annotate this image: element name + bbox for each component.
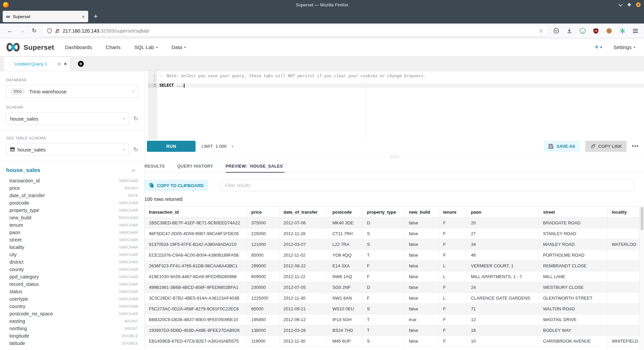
column-row[interactable]: county VARCHAR	[6, 266, 138, 273]
column-row[interactable]: locality VARCHAR	[6, 244, 138, 251]
column-row[interactable]: new_build BOOLEAN	[6, 214, 138, 221]
table-cell: F	[439, 239, 467, 250]
table-cell: ECE1D376-C9A6-4C00-B004-A380B189FA56	[145, 250, 247, 261]
query-tab-active[interactable]: ⋮ Untitled Query 1 ×	[3, 56, 70, 71]
superset-logo[interactable]: Superset	[5, 42, 54, 52]
table-cell: 2636F323-FF41-4765-81DB-98CAA6A43BC1	[145, 261, 247, 271]
table-cell: false	[405, 293, 439, 304]
column-type: DOUBLE	[122, 341, 138, 345]
download-icon[interactable]	[567, 28, 572, 34]
column-row[interactable]: date_of_transfer DATE	[6, 192, 138, 199]
tracking-shield-icon[interactable]	[47, 28, 52, 34]
drag-handle-icon[interactable]: ⋮	[7, 61, 11, 67]
window-close-icon[interactable]: ×	[636, 2, 641, 7]
database-select[interactable]: trino Trino warehouse ▾	[6, 85, 138, 98]
table-select[interactable]: house_sales ▾	[6, 143, 129, 156]
table-cell: CT11 7RH	[328, 228, 363, 239]
table-header-cell[interactable]: transaction_id	[145, 207, 247, 218]
table-cell: NW1 6AN	[328, 293, 363, 304]
new-tab-button[interactable]: +	[94, 12, 98, 21]
limit-value: 1 000	[215, 144, 226, 149]
copy-to-clipboard-button[interactable]: COPY TO CLIPBOARD	[145, 180, 208, 191]
url-bar[interactable]: 217.160.120.143:32393/superset/sqllab/ ☆	[43, 26, 547, 36]
table-cell: 2012-07-05	[279, 282, 328, 293]
column-row[interactable]: tenure VARCHAR	[6, 221, 138, 229]
column-row[interactable]: northing BIGINT	[6, 325, 138, 332]
table-cell: REMBRANDT CLOSE	[539, 261, 608, 271]
table-schema-title[interactable]: house_sales	[6, 167, 40, 174]
scrollbar-thumb[interactable]	[641, 207, 643, 230]
table-cell: 12	[467, 314, 539, 325]
cookie-icon[interactable]	[606, 28, 612, 34]
copy-link-button[interactable]: COPY LINK	[585, 141, 627, 152]
pane-splitter[interactable]	[145, 153, 644, 160]
column-row[interactable]: ppd_category VARCHAR	[6, 273, 138, 280]
table-header-cell[interactable]: tenure	[439, 207, 467, 218]
forward-icon[interactable]: →	[16, 28, 28, 34]
add-query-tab-button[interactable]: +	[78, 61, 84, 67]
nav-menu-item[interactable]: Data ▾	[171, 44, 186, 50]
column-row[interactable]: postcode VARCHAR	[6, 199, 138, 207]
vertical-scrollbar[interactable]	[640, 206, 644, 350]
table-header-cell[interactable]: price	[247, 207, 279, 218]
ublock-shield-icon[interactable]: U0	[593, 28, 599, 34]
chevron-up-icon[interactable]	[131, 167, 136, 173]
column-row[interactable]: paon VARCHAR	[6, 229, 138, 236]
window-maximize-icon[interactable]	[627, 3, 631, 6]
column-row[interactable]: country VARCHAR	[6, 303, 138, 310]
query-tab-close-icon[interactable]: ×	[64, 61, 67, 67]
table-header-cell[interactable]: paon	[467, 207, 539, 218]
table-header-cell[interactable]: street	[539, 207, 608, 218]
column-row[interactable]: record_status VARCHAR	[6, 280, 138, 288]
run-button[interactable]: RUN	[147, 141, 196, 152]
schema-select[interactable]: house_sales ▾	[6, 112, 129, 125]
column-row[interactable]: price BIGINT	[6, 184, 138, 192]
column-row[interactable]: city VARCHAR	[6, 251, 138, 258]
nav-menu-item[interactable]: SQL Lab ▾	[135, 44, 158, 50]
results-tab[interactable]: QUERY HISTORY	[177, 160, 213, 172]
back-icon[interactable]: ←	[4, 28, 16, 34]
settings-menu[interactable]: Settings ▾	[613, 44, 635, 50]
table-header-cell[interactable]: new_build	[405, 207, 439, 218]
sql-editor[interactable]: 1 2 3 -- Note: Unless you save your quer…	[145, 71, 644, 139]
results-tab[interactable]: PREVIEW: `HOUSE_SALES`	[226, 160, 284, 172]
pocket-icon[interactable]	[553, 28, 559, 34]
column-row[interactable]: street VARCHAR	[6, 236, 138, 244]
more-actions-button[interactable]: •••	[632, 143, 639, 149]
column-type: VARCHAR	[119, 312, 138, 316]
save-as-button[interactable]: SAVE AS	[544, 141, 580, 152]
column-row[interactable]: postcode_no_space VARCHAR	[6, 310, 138, 317]
browser-tab[interactable]: ∞ Superset ×	[3, 11, 88, 22]
table-header-cell[interactable]: postcode	[328, 207, 363, 218]
refresh-schema-icon[interactable]: ↻	[133, 115, 138, 122]
table-cell: false	[405, 325, 439, 336]
nav-menu-item[interactable]: Charts	[106, 44, 120, 50]
column-row[interactable]: usertype VARCHAR	[6, 295, 138, 303]
extension-green-icon[interactable]	[580, 28, 586, 34]
table-header-cell[interactable]: date_of_transfer	[279, 207, 328, 218]
column-row[interactable]: property_type VARCHAR	[6, 207, 138, 214]
table-header-cell[interactable]: locality	[608, 207, 640, 218]
new-item-menu[interactable]: + ▾	[595, 43, 602, 51]
column-row[interactable]: transaction_id VARCHAR	[6, 177, 138, 184]
reload-icon[interactable]: ↻	[28, 27, 40, 34]
column-row[interactable]: easting BIGINT	[6, 317, 138, 325]
limit-dropdown[interactable]: LIMIT: 1 000 ▾	[202, 144, 233, 149]
nav-menu-item[interactable]: Dashboards	[65, 44, 92, 50]
results-tab[interactable]: RESULTS	[145, 160, 165, 172]
menu-hamburger-icon[interactable]	[633, 29, 638, 33]
column-row[interactable]: longitude DOUBLE	[6, 332, 138, 340]
bookmark-star-icon[interactable]: ☆	[539, 28, 543, 34]
column-row[interactable]: district VARCHAR	[6, 258, 138, 266]
filter-results-input[interactable]	[221, 180, 635, 191]
column-row[interactable]: status VARCHAR	[6, 288, 138, 295]
table-header-cell[interactable]: property_type	[363, 207, 405, 218]
refresh-table-icon[interactable]: ↻	[133, 146, 138, 153]
table-cell: VERMEER COURT, 1	[467, 261, 539, 271]
insecure-lock-icon[interactable]	[55, 28, 60, 34]
tab-close-icon[interactable]: ×	[82, 14, 85, 19]
drag-handle-icon[interactable]	[390, 156, 399, 158]
extension-blue-icon[interactable]	[620, 28, 626, 34]
table-cell: 138000	[247, 325, 279, 336]
column-row[interactable]: latitude DOUBLE	[6, 340, 138, 347]
